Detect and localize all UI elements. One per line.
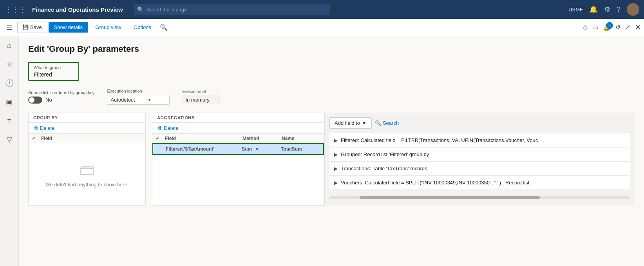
menu-toggle-icon[interactable]: ☰ bbox=[3, 21, 16, 34]
agg-row-name: TotalSum bbox=[281, 146, 320, 152]
global-search-input[interactable] bbox=[134, 4, 330, 15]
expand-icon-3: ▶ bbox=[334, 180, 338, 186]
execution-location-value: Autodetect bbox=[110, 97, 135, 103]
source-list-toggle[interactable] bbox=[28, 97, 42, 104]
toggle-row: No bbox=[28, 97, 94, 104]
execution-at-value: In memory bbox=[182, 95, 221, 104]
trash-icon-agg: 🗑 bbox=[157, 125, 162, 131]
field-item-text-2: Transactions: Table 'TaxTrans' records bbox=[341, 166, 625, 171]
chevron-down-icon: ▼ bbox=[148, 98, 152, 102]
execution-at-label: Execution at bbox=[182, 89, 221, 94]
expand-icon-0: ▶ bbox=[334, 138, 338, 143]
left-sidebar: ⌂ ☆ 🕐 ▣ ≡ ▽ bbox=[0, 36, 19, 266]
save-disk-icon: 💾 bbox=[22, 24, 29, 30]
refresh-icon[interactable]: ↺ bbox=[615, 24, 620, 31]
trash-icon: 🗑 bbox=[33, 125, 38, 131]
what-to-group-label: What to group bbox=[34, 65, 74, 70]
settings-row: Source list is ordered by group key No E… bbox=[28, 89, 635, 105]
notification-icon[interactable]: 🔔 bbox=[589, 5, 598, 14]
agg-row-method: Sum ▼ bbox=[242, 146, 281, 152]
right-panel-toolbar: Add field to ▼ 🔍 Search bbox=[329, 117, 630, 129]
sidebar-favorites-icon[interactable]: ☆ bbox=[3, 58, 16, 71]
field-item-text-1: Grouped: Record list 'Filtered' group by bbox=[341, 151, 625, 157]
aggregations-header: AGGREGATIONS bbox=[152, 113, 324, 123]
field-item-1[interactable]: ▶ Grouped: Record list 'Filtered' group … bbox=[329, 148, 630, 162]
check-col: ✓ bbox=[32, 135, 41, 141]
search-icon-right: 🔍 bbox=[375, 120, 381, 126]
field-item-text-0: Filtered: Calculated field = FILTER(Tran… bbox=[341, 137, 625, 143]
group-by-empty-state: 🗃 We didn't find anything to show here. bbox=[29, 143, 145, 205]
global-search[interactable]: 🔍 bbox=[134, 4, 330, 15]
close-button[interactable]: ✕ bbox=[635, 23, 641, 32]
expand-icon-1: ▶ bbox=[334, 152, 338, 157]
columns-row: GROUP BY 🗑 Delete ✓ Field 🗃 We didn't fi… bbox=[28, 113, 635, 206]
sidebar-filter-icon[interactable]: ▽ bbox=[3, 133, 16, 146]
agg-field-col-header: Field bbox=[165, 136, 242, 141]
field-item-0[interactable]: ▶ Filtered: Calculated field = FILTER(Tr… bbox=[329, 133, 630, 148]
group-by-panel: GROUP BY 🗑 Delete ✓ Field 🗃 We didn't fi… bbox=[28, 113, 146, 206]
empty-text: We didn't find anything to show here. bbox=[45, 182, 129, 188]
group-by-actions: 🗑 Delete bbox=[29, 123, 145, 134]
search-button[interactable]: 🔍 Search bbox=[375, 120, 399, 126]
panels-icon[interactable]: ▭ bbox=[592, 24, 598, 31]
page-title: Edit 'Group By' parameters bbox=[28, 44, 635, 54]
right-panel: Add field to ▼ 🔍 Search ▶ Filtered: Calc… bbox=[324, 113, 635, 206]
field-col-header: Field bbox=[41, 136, 142, 141]
field-item-2[interactable]: ▶ Transactions: Table 'TaxTrans' records bbox=[329, 162, 630, 176]
content-area: Edit 'Group By' parameters What to group… bbox=[19, 36, 644, 266]
source-list-setting: Source list is ordered by group key No bbox=[28, 90, 94, 104]
toolbar-search-icon[interactable]: 🔍 bbox=[160, 24, 168, 31]
show-details-button[interactable]: Show details bbox=[49, 22, 89, 33]
sidebar-home-icon[interactable]: ⌂ bbox=[3, 39, 16, 52]
field-item-3[interactable]: ▶ Vouchers: Calculated field = SPLIT("IN… bbox=[329, 176, 630, 190]
add-field-button[interactable]: Add field to ▼ bbox=[329, 117, 372, 129]
aggregations-delete-label: Delete bbox=[164, 125, 179, 131]
execution-at-setting: Execution at In memory bbox=[182, 89, 221, 104]
popout-icon[interactable]: ⤢ bbox=[625, 24, 630, 31]
diamond-icon[interactable]: ◇ bbox=[583, 24, 588, 31]
execution-location-dropdown[interactable]: Autodetect ▼ bbox=[107, 95, 170, 105]
agg-check-col: ✓ bbox=[156, 135, 165, 141]
grid-icon[interactable]: ⋮⋮⋮ bbox=[5, 5, 26, 14]
toggle-value: No bbox=[45, 97, 52, 103]
top-nav-right: USMF 🔔 ⚙ ? bbox=[568, 3, 639, 16]
help-icon[interactable]: ? bbox=[617, 5, 620, 14]
aggregations-panel: AGGREGATIONS 🗑 Delete ✓ Field Method Nam… bbox=[152, 113, 324, 206]
group-view-label: Group view bbox=[95, 24, 121, 30]
agg-name-col-header: Name bbox=[282, 136, 321, 141]
company-label: USMF bbox=[568, 7, 583, 13]
field-list: ▶ Filtered: Calculated field = FILTER(Tr… bbox=[329, 133, 630, 190]
page-content: Edit 'Group By' parameters What to group… bbox=[19, 36, 644, 266]
sidebar-list-icon[interactable]: ≡ bbox=[3, 115, 16, 127]
scrollbar-thumb[interactable] bbox=[360, 196, 540, 199]
options-tab[interactable]: Options bbox=[128, 22, 157, 33]
options-label: Options bbox=[134, 24, 151, 30]
group-view-tab[interactable]: Group view bbox=[90, 22, 127, 33]
empty-icon: 🗃 bbox=[79, 161, 95, 179]
save-button[interactable]: 💾 Save bbox=[17, 22, 47, 33]
what-to-group-value: Filtered bbox=[34, 71, 74, 78]
add-field-caret: ▼ bbox=[362, 120, 367, 126]
group-by-table-header: ✓ Field bbox=[29, 134, 145, 143]
search-label: Search bbox=[383, 120, 399, 126]
show-details-label: Show details bbox=[54, 24, 83, 30]
execution-location-label: Execution location bbox=[107, 89, 170, 93]
notification-toolbar-wrap: 🔔 0 bbox=[603, 24, 611, 31]
user-avatar[interactable] bbox=[627, 3, 639, 16]
group-by-delete-label: Delete bbox=[40, 125, 55, 131]
group-by-header: GROUP BY bbox=[29, 113, 145, 123]
toolbar: ☰ 💾 Save Show details Group view Options… bbox=[0, 19, 644, 36]
aggregations-actions: 🗑 Delete bbox=[152, 123, 324, 134]
settings-icon[interactable]: ⚙ bbox=[604, 5, 610, 14]
what-to-group-box[interactable]: What to group Filtered bbox=[28, 62, 79, 81]
aggregation-row[interactable]: Filtered.'$TaxAmount' Sum ▼ TotalSum bbox=[152, 143, 324, 155]
sidebar-recent-icon[interactable]: 🕐 bbox=[3, 77, 16, 89]
main-layout: ⌂ ☆ 🕐 ▣ ≡ ▽ Edit 'Group By' parameters W… bbox=[0, 36, 644, 266]
sidebar-workspaces-icon[interactable]: ▣ bbox=[3, 96, 16, 108]
agg-method-col-header: Method bbox=[242, 136, 282, 141]
horizontal-scrollbar[interactable] bbox=[329, 196, 630, 199]
aggregations-delete-button[interactable]: 🗑 Delete bbox=[156, 124, 180, 132]
aggregations-table-header: ✓ Field Method Name bbox=[152, 134, 324, 143]
agg-method-caret[interactable]: ▼ bbox=[255, 146, 259, 152]
group-by-delete-button[interactable]: 🗑 Delete bbox=[32, 124, 56, 132]
